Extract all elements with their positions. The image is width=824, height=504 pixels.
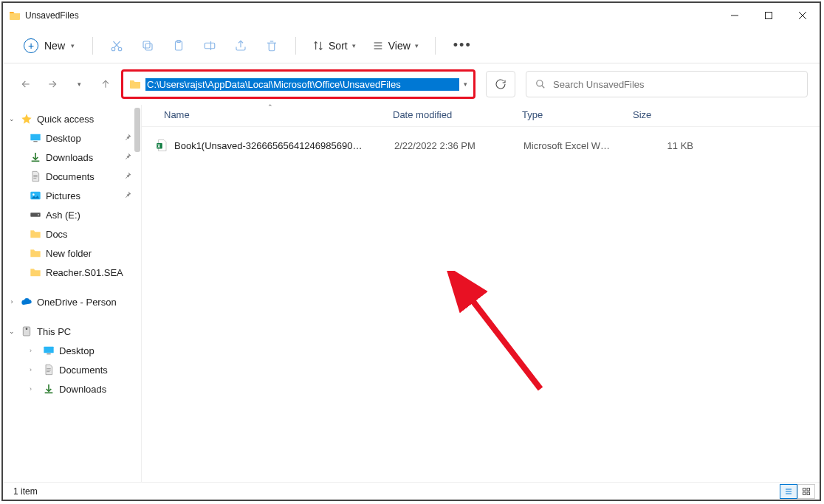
thumbnails-view-button[interactable] <box>797 484 815 499</box>
plus-icon: + <box>24 38 38 53</box>
forward-button[interactable] <box>41 73 63 95</box>
folder-icon <box>30 247 41 259</box>
view-button[interactable]: View ▾ <box>366 35 425 56</box>
sort-button[interactable]: Sort ▾ <box>306 35 362 56</box>
documents-icon <box>43 364 55 376</box>
details-view-button[interactable] <box>780 484 797 499</box>
search-box[interactable] <box>526 71 808 97</box>
pin-icon <box>123 171 132 182</box>
chevron-right-icon[interactable]: › <box>7 298 16 305</box>
refresh-button[interactable] <box>486 71 515 97</box>
sidebar-item-label: Downloads <box>46 152 93 163</box>
chevron-right-icon[interactable]: › <box>30 385 38 393</box>
sort-label: Sort <box>329 40 348 52</box>
svg-rect-31 <box>157 143 162 149</box>
chevron-down-icon[interactable]: ⌄ <box>7 115 16 122</box>
pin-icon <box>123 152 132 162</box>
svg-rect-8 <box>145 44 152 50</box>
sidebar-item[interactable]: Documents <box>3 167 141 186</box>
status-item-count: 1 item <box>13 486 38 497</box>
status-bar: 1 item <box>3 482 820 500</box>
sidebar-item-label: Documents <box>46 171 95 182</box>
sidebar-item-label: Docs <box>46 229 68 240</box>
share-button[interactable] <box>227 32 254 59</box>
command-bar: + New ▾ Sort ▾ View ▾ ••• <box>3 28 820 63</box>
file-size: 11 KB <box>634 140 693 151</box>
close-button[interactable] <box>786 3 820 28</box>
sidebar-item-label: Desktop <box>59 345 95 356</box>
sidebar-item-label: Pictures <box>46 190 80 201</box>
folder-icon <box>9 10 21 21</box>
sidebar-item[interactable]: ›Desktop <box>3 341 141 360</box>
sidebar-item[interactable]: Reacher.S01.SEA <box>3 263 141 282</box>
column-header-size[interactable]: Size <box>633 109 692 120</box>
sidebar-item[interactable]: ›Documents <box>3 360 141 379</box>
svg-rect-19 <box>30 134 40 141</box>
sidebar-item[interactable]: New folder <box>3 244 141 263</box>
paste-button[interactable] <box>165 32 192 59</box>
folder-icon <box>30 228 41 240</box>
sidebar-quick-access[interactable]: ⌄ Quick access <box>3 109 141 128</box>
folder-icon <box>30 266 41 278</box>
svg-rect-20 <box>33 141 37 142</box>
desktop-icon <box>30 132 41 144</box>
view-label: View <box>388 40 411 52</box>
column-header-date[interactable]: Date modified <box>393 109 522 120</box>
sidebar-item[interactable]: Pictures <box>3 186 141 205</box>
sidebar-item[interactable]: Docs <box>3 224 141 244</box>
chevron-down-icon[interactable]: ⌄ <box>7 328 16 335</box>
svg-rect-38 <box>803 492 806 495</box>
file-date: 2/22/2022 2:36 PM <box>394 140 523 151</box>
file-row[interactable]: Book1(Unsaved-32666565641246985690…2/22/… <box>142 136 820 155</box>
sidebar-item[interactable]: ›Downloads <box>3 379 141 398</box>
recent-dropdown[interactable]: ▾ <box>68 73 90 95</box>
address-row: ▾ C:\Users\rajst\AppData\Local\Microsoft… <box>3 63 820 105</box>
sidebar-item-label: OneDrive - Person <box>37 297 117 308</box>
chevron-right-icon[interactable]: › <box>30 347 38 354</box>
maximize-button[interactable] <box>752 3 786 28</box>
more-button[interactable]: ••• <box>446 33 479 58</box>
copy-button[interactable] <box>134 32 161 59</box>
sidebar-item[interactable]: Ash (E:) <box>3 205 141 224</box>
address-bar[interactable]: C:\Users\rajst\AppData\Local\Microsoft\O… <box>121 69 475 99</box>
sidebar-item-label: Quick access <box>37 114 94 125</box>
column-header-name[interactable]: ⌃Name <box>164 109 393 120</box>
sidebar-item-label: Desktop <box>46 133 81 144</box>
scrollbar-thumb[interactable] <box>134 108 140 152</box>
downloads-icon <box>43 383 55 395</box>
delete-button[interactable] <box>258 32 285 59</box>
minimize-button[interactable] <box>718 3 752 28</box>
rename-button[interactable] <box>196 32 223 59</box>
svg-line-18 <box>542 86 545 89</box>
new-label: New <box>44 40 65 52</box>
svg-line-6 <box>114 41 120 47</box>
sidebar-item-label: Downloads <box>59 384 106 395</box>
svg-point-23 <box>32 193 35 196</box>
up-button[interactable] <box>95 73 117 95</box>
svg-rect-36 <box>803 488 806 491</box>
downloads-icon <box>30 151 41 163</box>
file-name: Book1(Unsaved-32666565641246985690… <box>174 140 394 151</box>
new-button[interactable]: + New ▾ <box>16 34 82 58</box>
navigation-pane[interactable]: ⌄ Quick access DesktopDownloadsDocuments… <box>3 105 142 482</box>
cloud-icon <box>21 296 32 308</box>
sidebar-this-pc[interactable]: ⌄ This PC <box>3 322 141 341</box>
search-icon <box>535 79 546 89</box>
chevron-down-icon: ▾ <box>352 42 356 49</box>
sidebar-onedrive[interactable]: › OneDrive - Person <box>3 292 141 311</box>
sidebar-item[interactable]: Desktop <box>3 128 141 148</box>
back-button[interactable] <box>15 73 37 95</box>
address-path[interactable]: C:\Users\rajst\AppData\Local\Microsoft\O… <box>145 78 459 91</box>
cut-button[interactable] <box>103 32 130 59</box>
chevron-right-icon[interactable]: › <box>30 366 38 373</box>
sidebar-item[interactable]: Downloads <box>3 148 141 167</box>
desktop-icon <box>43 345 55 356</box>
pictures-icon <box>30 190 41 201</box>
sort-caret-icon: ⌃ <box>267 103 273 111</box>
search-input[interactable] <box>553 79 798 90</box>
svg-rect-28 <box>44 347 53 353</box>
sidebar-item-label: This PC <box>37 326 71 337</box>
file-type: Microsoft Excel W… <box>523 140 634 151</box>
column-header-type[interactable]: Type <box>522 109 633 120</box>
chevron-down-icon[interactable]: ▾ <box>464 80 467 88</box>
